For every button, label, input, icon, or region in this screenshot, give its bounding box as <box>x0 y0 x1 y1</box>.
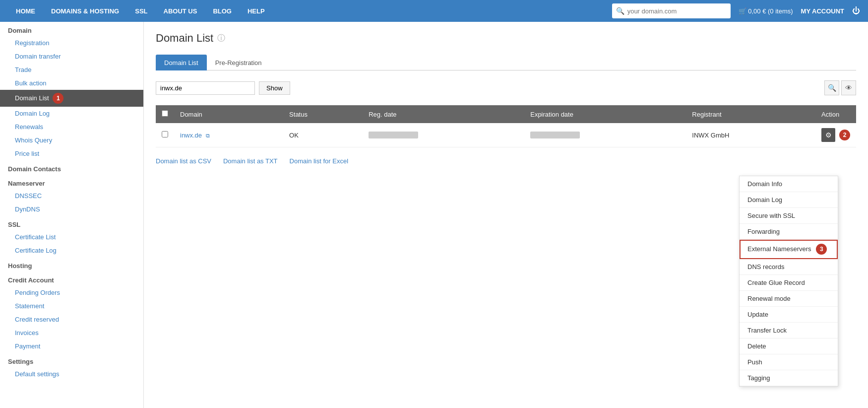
dropdown-item-update[interactable]: Update <box>740 307 838 323</box>
dropdown-item-tagging[interactable]: Tagging <box>740 370 838 386</box>
domain-table: Domain Status Reg. date Expiration date … <box>156 105 856 147</box>
nav-blog[interactable]: BLOG <box>205 0 240 22</box>
dropdown-item-domain-log[interactable]: Domain Log <box>740 192 838 208</box>
table-cell-status: OK <box>283 123 363 147</box>
dropdown-item-forwarding[interactable]: Forwarding <box>740 224 838 240</box>
row-checkbox[interactable] <box>162 131 168 137</box>
sidebar-item-credit-reserved[interactable]: Credit reserved <box>0 313 143 326</box>
export-excel-link[interactable]: Domain list for Excel <box>290 157 348 165</box>
step2-badge: 2 <box>839 130 850 140</box>
sidebar-item-statement[interactable]: Statement <box>0 299 143 313</box>
info-icon: ⓘ <box>217 33 225 44</box>
nav-help[interactable]: HELP <box>240 0 273 22</box>
sidebar-item-domain-list[interactable]: Domain List 1 <box>0 90 143 107</box>
export-links: Domain list as CSV Domain list as TXT Do… <box>156 157 856 165</box>
sidebar-item-certificate-log[interactable]: Certificate Log <box>0 244 143 257</box>
top-navigation: HOME DOMAINS & HOSTING SSL ABOUT US BLOG… <box>0 0 868 22</box>
sidebar-item-bulk-action[interactable]: Bulk action <box>0 76 143 90</box>
action-gear-button[interactable]: ⚙ <box>821 128 835 142</box>
sidebar-item-whois-query[interactable]: Whois Query <box>0 134 143 147</box>
table-col-registrant: Registrant <box>686 105 815 123</box>
table-cell-registrant: INWX GmbH <box>686 123 815 147</box>
main-layout: Domain Registration Domain transfer Trad… <box>0 22 868 408</box>
main-content: Domain List ⓘ Domain List Pre-Registrati… <box>144 22 868 408</box>
export-txt-link[interactable]: Domain list as TXT <box>223 157 278 165</box>
action-dropdown-menu: Domain Info Domain Log Secure with SSL F… <box>739 176 838 387</box>
domain-search-bar: Show 🔍 👁 <box>156 80 856 95</box>
dropdown-item-create-glue[interactable]: Create Glue Record <box>740 275 838 291</box>
sidebar-item-domain-transfer[interactable]: Domain transfer <box>0 50 143 63</box>
table-row: inwx.de ⧉ OK INWX GmbH ⚙ <box>156 123 856 147</box>
dropdown-item-secure-ssl[interactable]: Secure with SSL <box>740 208 838 224</box>
sidebar-item-dyndns[interactable]: DynDNS <box>0 203 143 216</box>
export-csv-link[interactable]: Domain list as CSV <box>156 157 211 165</box>
sidebar-section-domain-contacts: Domain Contacts <box>0 160 143 175</box>
tab-domain-list[interactable]: Domain List <box>156 55 207 70</box>
sidebar: Domain Registration Domain transfer Trad… <box>0 22 144 408</box>
tab-pre-registration[interactable]: Pre-Registration <box>207 55 270 70</box>
search-icon: 🔍 <box>616 7 624 15</box>
page-title: Domain List ⓘ <box>156 32 856 45</box>
sidebar-section-settings: Settings <box>0 353 143 367</box>
table-col-exp-date: Expiration date <box>524 105 686 123</box>
sidebar-item-registration[interactable]: Registration <box>0 36 143 50</box>
exp-date-blurred <box>530 132 580 138</box>
search-bar: 🔍 <box>612 3 731 18</box>
sidebar-item-domain-log[interactable]: Domain Log <box>0 107 143 120</box>
sidebar-item-pending-orders[interactable]: Pending Orders <box>0 286 143 299</box>
search-icon-btn[interactable]: 🔍 <box>824 80 839 95</box>
domain-filter-input[interactable] <box>156 81 255 95</box>
sidebar-item-dnssec[interactable]: DNSSEC <box>0 189 143 203</box>
dropdown-item-push[interactable]: Push <box>740 354 838 370</box>
select-all-checkbox[interactable] <box>162 110 168 117</box>
sidebar-item-trade[interactable]: Trade <box>0 63 143 76</box>
search-icons-area: 🔍 👁 <box>824 80 856 95</box>
sidebar-item-invoices[interactable]: Invoices <box>0 326 143 340</box>
dropdown-item-dns-records[interactable]: DNS records <box>740 259 838 275</box>
dropdown-item-transfer-lock[interactable]: Transfer Lock <box>740 323 838 339</box>
my-account-button[interactable]: MY ACCOUNT <box>801 7 844 15</box>
table-cell-checkbox <box>156 123 174 147</box>
table-cell-domain: inwx.de ⧉ <box>174 123 283 147</box>
cart-button[interactable]: 🛒 0,00 € (0 items) <box>739 7 793 15</box>
dropdown-item-delete[interactable]: Delete <box>740 339 838 354</box>
sidebar-item-certificate-list[interactable]: Certificate List <box>0 230 143 244</box>
sidebar-item-renewals[interactable]: Renewals <box>0 120 143 134</box>
eye-icon-btn[interactable]: 👁 <box>841 80 856 95</box>
dropdown-item-domain-info[interactable]: Domain Info <box>740 176 838 192</box>
reg-date-blurred <box>369 132 418 138</box>
sidebar-section-credit-account: Credit Account <box>0 272 143 286</box>
table-col-domain: Domain <box>174 105 283 123</box>
sidebar-section-domain: Domain <box>0 22 143 36</box>
sidebar-section-ssl: SSL <box>0 216 143 230</box>
table-col-status: Status <box>283 105 363 123</box>
search-input[interactable] <box>627 7 727 15</box>
nav-about-us[interactable]: ABOUT US <box>156 0 205 22</box>
step3-badge: 3 <box>816 244 827 255</box>
sidebar-item-payment[interactable]: Payment <box>0 340 143 353</box>
table-cell-reg-date <box>363 123 524 147</box>
nav-ssl[interactable]: SSL <box>127 0 155 22</box>
table-col-action: Action <box>815 105 856 123</box>
step1-badge: 1 <box>53 93 63 104</box>
table-col-checkbox <box>156 105 174 123</box>
dropdown-item-renewal-mode[interactable]: Renewal mode <box>740 291 838 307</box>
sidebar-section-hosting: Hosting <box>0 257 143 272</box>
sidebar-section-nameserver: Nameserver <box>0 175 143 189</box>
tab-bar: Domain List Pre-Registration <box>156 55 856 70</box>
gear-area: ⚙ 2 <box>821 128 850 142</box>
dropdown-item-external-nameservers[interactable]: External Nameservers 3 <box>740 240 838 259</box>
nav-domains-hosting[interactable]: DOMAINS & HOSTING <box>43 0 127 22</box>
table-cell-exp-date <box>524 123 686 147</box>
domain-link[interactable]: inwx.de <box>180 132 202 139</box>
table-cell-action: ⚙ 2 <box>815 123 856 147</box>
sidebar-item-default-settings[interactable]: Default settings <box>0 367 143 381</box>
power-icon[interactable]: ⏻ <box>852 6 860 15</box>
sidebar-item-price-list[interactable]: Price list <box>0 147 143 160</box>
nav-home[interactable]: HOME <box>8 0 43 22</box>
show-button[interactable]: Show <box>259 81 290 95</box>
nav-right-area: 🛒 0,00 € (0 items) MY ACCOUNT ⏻ <box>739 6 860 15</box>
table-col-reg-date: Reg. date <box>363 105 524 123</box>
external-link-icon: ⧉ <box>206 133 210 138</box>
